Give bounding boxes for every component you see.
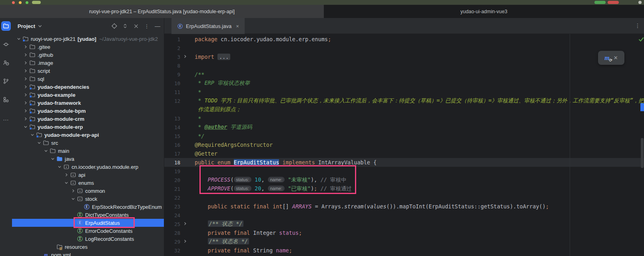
chevron-down-icon[interactable] xyxy=(29,132,36,138)
collapse-all-icon[interactable] xyxy=(133,23,139,29)
fold-arrow-icon[interactable] xyxy=(180,221,190,227)
tabbar-options-kebab-icon[interactable]: ⋮ xyxy=(635,22,641,29)
code-line-28[interactable]: 28 private final Integer status; xyxy=(164,228,644,237)
tree-item-pom-xml[interactable]: mpom.xml xyxy=(12,251,164,256)
code-line-23[interactable]: 23 public static final int[] ARRAYS = Ar… xyxy=(164,202,644,211)
tree-item-yudao-module-crm[interactable]: yudao-module-crm xyxy=(12,115,164,123)
tree-item-cn-iocoder-yudao-module-erp[interactable]: cn.iocoder.yudao.module.erp xyxy=(12,163,164,171)
tree-item-yudao-module-bpm[interactable]: yudao-module-bpm xyxy=(12,107,164,115)
tree-item-logrecordconstants[interactable]: ILogRecordConstants xyxy=(12,235,164,243)
traffic-light-close-icon[interactable] xyxy=(12,1,15,4)
code-line-22[interactable]: 22 xyxy=(164,193,644,202)
git-branch-tool-icon[interactable] xyxy=(1,76,11,86)
fold-arrow-icon[interactable] xyxy=(180,54,190,60)
tree-item-resources[interactable]: resources xyxy=(12,243,164,251)
code-line-2[interactable]: 2 xyxy=(164,44,644,52)
chevron-down-icon[interactable] xyxy=(70,196,76,202)
tree-item-yudao-module-erp[interactable]: yudao-module-erp xyxy=(12,123,164,131)
tree-item-yudao-framework[interactable]: yudao-framework xyxy=(12,99,164,107)
code-line-1[interactable]: 1package cn.iocoder.yudao.module.erp.enu… xyxy=(164,35,644,44)
chevron-right-icon[interactable] xyxy=(22,84,29,90)
code-line-12[interactable]: 12 * TODO 芋艿：目前只有待审批、已审批两个状态，未来接入工作流后，会丰… xyxy=(164,96,644,105)
locate-file-icon[interactable] xyxy=(111,23,118,29)
code-line-14[interactable]: 14 * @author 芋道源码 xyxy=(164,123,644,132)
code-line-11[interactable]: 11 * xyxy=(164,88,644,96)
chevron-right-icon[interactable] xyxy=(63,172,70,178)
chevron-right-icon[interactable] xyxy=(70,188,76,194)
project-tool-icon[interactable] xyxy=(1,21,11,31)
chevron-right-icon[interactable] xyxy=(22,76,29,82)
code-line-9[interactable]: 9/** xyxy=(164,70,644,79)
expand-all-icon[interactable] xyxy=(122,23,128,29)
tree-item-main[interactable]: main xyxy=(12,147,164,155)
chevron-down-icon[interactable] xyxy=(42,148,49,154)
menubar-stop-button[interactable] xyxy=(608,1,619,4)
tree-item--github[interactable]: .github xyxy=(12,51,164,59)
tree-item-script[interactable]: script xyxy=(12,67,164,75)
editor-scrollbar[interactable] xyxy=(641,138,644,168)
tree-item--gitee[interactable]: .gitee xyxy=(12,43,164,51)
active-window-title[interactable]: ruoyi-vue-pro-jdk21 – ErpAuditStatus.jav… xyxy=(0,5,324,18)
chevron-right-icon[interactable] xyxy=(22,92,29,98)
tree-item--image[interactable]: .image xyxy=(12,59,164,67)
code-line-3[interactable]: 3import ... xyxy=(164,52,644,61)
more-tools-icon[interactable]: … xyxy=(1,113,11,123)
code-editor[interactable]: 1package cn.iocoder.yudao.module.erp.enu… xyxy=(164,35,644,255)
tree-item-common[interactable]: common xyxy=(12,187,164,195)
chevron-down-icon[interactable] xyxy=(36,140,42,146)
code-line-13[interactable]: 13 * xyxy=(164,114,644,123)
chevron-down-icon[interactable] xyxy=(63,180,70,186)
pull-requests-tool-icon[interactable]: ? xyxy=(1,58,11,68)
chevron-down-icon[interactable] xyxy=(56,164,63,170)
close-icon[interactable]: ✕ xyxy=(614,55,618,61)
background-window-title[interactable]: yudao-ui-admin-vue3 xyxy=(324,5,644,18)
tab-close-icon[interactable]: × xyxy=(236,23,239,29)
tree-item-java[interactable]: java xyxy=(12,155,164,163)
commit-tool-icon[interactable] xyxy=(1,40,11,49)
code-line-15[interactable]: 15 */ xyxy=(164,132,644,140)
tree-item-sql[interactable]: sql xyxy=(12,75,164,83)
maven-reload-icon[interactable]: m⟳ xyxy=(604,54,609,62)
tree-item-yudao-module-erp-api[interactable]: yudao-module-erp-api xyxy=(12,131,164,139)
chevron-right-icon[interactable] xyxy=(22,116,29,122)
chevron-right-icon[interactable] xyxy=(22,108,29,114)
traffic-light-minimize-icon[interactable] xyxy=(19,1,22,4)
tree-item-yudao-example[interactable]: yudao-example xyxy=(12,91,164,99)
chevron-down-icon[interactable] xyxy=(37,23,43,29)
code-line-17[interactable]: 17@Getter xyxy=(164,149,644,158)
code-line-wrap[interactable]: 作流退回到原点； xyxy=(164,105,644,114)
chevron-right-icon[interactable] xyxy=(22,100,29,106)
code-line-24[interactable]: 24 xyxy=(164,211,644,220)
structure-tool-icon[interactable] xyxy=(1,95,11,104)
chevron-right-icon[interactable] xyxy=(22,52,29,58)
code-line-8[interactable]: 8 xyxy=(164,61,644,70)
menubar-plus-icon[interactable] xyxy=(638,1,642,4)
tree-item-ruoyi-vue-pro-jdk21[interactable]: ruoyi-vue-pro-jdk21[yudao]~/Java/ruoyi-v… xyxy=(12,35,164,43)
options-kebab-icon[interactable]: ⋮ xyxy=(144,23,150,29)
chevron-right-icon[interactable] xyxy=(22,68,29,74)
chevron-down-icon[interactable] xyxy=(22,124,29,130)
chevron-right-icon[interactable] xyxy=(22,60,29,66)
chevron-down-icon[interactable] xyxy=(15,36,22,42)
tree-item-enums[interactable]: enums xyxy=(12,179,164,187)
traffic-light-zoom-icon[interactable] xyxy=(26,1,28,4)
tree-item-api[interactable]: api xyxy=(12,171,164,179)
chevron-down-icon[interactable] xyxy=(49,156,56,162)
tree-item-errorcodeconstants[interactable]: IErrorCodeConstants xyxy=(12,227,164,235)
code-line-32[interactable]: 32 private final String name; xyxy=(164,246,644,255)
menubar-record-button[interactable] xyxy=(594,1,606,4)
tree-item-src[interactable]: src xyxy=(12,139,164,147)
hide-panel-icon[interactable]: — xyxy=(154,23,161,29)
code-line-10[interactable]: 10 * ERP 审核状态枚举 xyxy=(164,79,644,88)
tree-item-yudao-dependencies[interactable]: yudao-dependencies xyxy=(12,83,164,91)
inspections-ok-icon[interactable] xyxy=(638,36,644,42)
code-line-25[interactable]: 25 /** 状态 */ xyxy=(164,220,644,228)
tab-erpauditstatus[interactable]: E ErpAuditStatus.java × xyxy=(171,18,245,34)
project-panel-title[interactable]: Project xyxy=(18,23,35,29)
tree-item-stock[interactable]: stock xyxy=(12,195,164,203)
code-line-29[interactable]: 29 /** 状态名 */ xyxy=(164,237,644,246)
code-line-16[interactable]: 16@RequiredArgsConstructor xyxy=(164,140,644,149)
fold-arrow-icon[interactable] xyxy=(180,238,190,245)
tree-item-erpstockrecordbiztypeenum[interactable]: EErpStockRecordBizTypeEnum xyxy=(12,203,164,211)
chevron-right-icon[interactable] xyxy=(22,44,29,50)
